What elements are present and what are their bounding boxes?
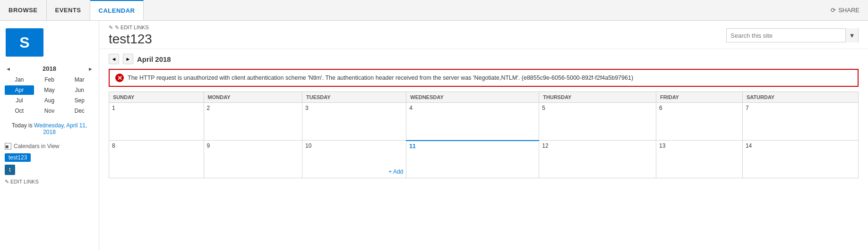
today-label: Today is	[12, 122, 34, 129]
cell-11-today[interactable]: 11	[406, 141, 539, 178]
cal-next-btn[interactable]: ►	[123, 54, 133, 64]
day-number: 3	[305, 105, 309, 111]
logo-area: S	[0, 25, 99, 62]
day-number: 1	[112, 105, 115, 111]
today-text: Today is Wednesday, April 11, 2018	[0, 118, 99, 139]
search-icon: ▼	[849, 32, 855, 39]
cell-6[interactable]: 6	[656, 103, 742, 141]
cal-prev-btn[interactable]: ◄	[109, 54, 119, 64]
calendars-in-view-label: ■ Calendars in View	[0, 139, 99, 151]
error-banner: ✕ The HTTP request is unauthorized with …	[109, 69, 859, 87]
table-row: 1 2 3 4 5 6 7	[109, 103, 859, 141]
logo-letter: S	[19, 34, 29, 51]
col-tuesday: TUESDAY	[302, 92, 406, 103]
cell-1[interactable]: 1	[109, 103, 204, 141]
mini-cal-header: ◄ 2018 ►	[5, 65, 94, 72]
day-number: 13	[659, 142, 665, 149]
mini-cal-may[interactable]: May	[35, 85, 64, 95]
mini-cal-jul[interactable]: Jul	[5, 96, 34, 105]
today-link[interactable]: Wednesday, April 11, 2018	[34, 122, 87, 135]
day-number-today: 11	[409, 143, 415, 150]
cell-14[interactable]: 14	[742, 141, 858, 178]
logo: S	[6, 28, 43, 57]
error-message: The HTTP request is unauthorized with cl…	[128, 75, 633, 81]
day-number: 4	[409, 105, 413, 111]
calendar-header-row: SUNDAY MONDAY TUESDAY WEDNESDAY THURSDAY…	[109, 92, 859, 103]
cell-2[interactable]: 2	[204, 103, 302, 141]
cell-5[interactable]: 5	[539, 103, 656, 141]
col-sunday: SUNDAY	[109, 92, 204, 103]
calendar-area: ◄ ► April 2018 ✕ The HTTP request is una…	[99, 49, 868, 250]
day-number: 6	[659, 105, 662, 111]
col-monday: MONDAY	[204, 92, 302, 103]
share-icon: ⟳	[831, 7, 836, 14]
calendar-name[interactable]: test123	[5, 153, 31, 162]
cell-10[interactable]: 10 + Add	[302, 141, 406, 178]
cell-13[interactable]: 13	[656, 141, 742, 178]
col-thursday: THURSDAY	[539, 92, 656, 103]
mini-cal-jun[interactable]: Jun	[65, 85, 94, 95]
cell-12[interactable]: 12	[539, 141, 656, 178]
title-area: ✎ ✎ EDIT LINKS test123	[109, 25, 152, 47]
mini-cal-oct[interactable]: Oct	[5, 106, 34, 116]
share-label: SHARE	[838, 7, 859, 14]
edit-links-top[interactable]: ✎ ✎ EDIT LINKS	[109, 25, 152, 31]
mini-cal-aug[interactable]: Aug	[35, 96, 64, 105]
calendar-grid: SUNDAY MONDAY TUESDAY WEDNESDAY THURSDAY…	[109, 92, 859, 178]
search-input[interactable]	[727, 32, 845, 39]
day-number: 2	[207, 105, 210, 111]
cal-month-title: April 2018	[137, 55, 171, 63]
main-content: ✎ ✎ EDIT LINKS test123 ▼ ◄ ► April 2018	[99, 21, 868, 250]
edit-links-label[interactable]: ✎ EDIT LINKS	[115, 25, 149, 31]
tab-browse[interactable]: BROWSE	[0, 0, 47, 20]
mini-cal-sep[interactable]: Sep	[65, 96, 94, 105]
mini-cal-feb[interactable]: Feb	[35, 75, 64, 84]
tab-events[interactable]: EVENTS	[47, 0, 90, 20]
page-layout: S ◄ 2018 ► Jan Feb Mar Apr May Jun Jul A…	[0, 21, 868, 250]
col-friday: FRIDAY	[656, 92, 742, 103]
search-box: ▼	[726, 28, 859, 42]
cell-9[interactable]: 9	[204, 141, 302, 178]
cal-nav-row: ◄ ► April 2018	[109, 54, 859, 64]
search-button[interactable]: ▼	[845, 28, 858, 42]
col-wednesday: WEDNESDAY	[406, 92, 539, 103]
mini-cal-mar[interactable]: Mar	[65, 75, 94, 84]
sidebar: S ◄ 2018 ► Jan Feb Mar Apr May Jun Jul A…	[0, 21, 99, 250]
day-number: 10	[305, 142, 311, 149]
mini-cal-dec[interactable]: Dec	[65, 106, 94, 116]
day-number: 14	[746, 142, 752, 149]
day-number: 7	[746, 105, 749, 111]
mini-cal-jan[interactable]: Jan	[5, 75, 34, 84]
pencil-icon: ✎	[109, 25, 113, 31]
calendar-tag[interactable]: test123	[0, 151, 99, 164]
day-number: 9	[207, 142, 210, 149]
mini-calendar: ◄ 2018 ► Jan Feb Mar Apr May Jun Jul Aug…	[0, 62, 99, 118]
mini-cal-prev[interactable]: ◄	[5, 66, 12, 72]
calendar-initial-tag[interactable]: t	[0, 164, 99, 176]
day-number: 5	[542, 105, 545, 111]
calendar-initial: t	[5, 165, 15, 175]
content-header: ✎ ✎ EDIT LINKS test123 ▼	[99, 21, 868, 49]
mini-cal-apr[interactable]: Apr	[5, 85, 34, 95]
calendars-in-view-text: Calendars in View	[14, 143, 60, 150]
cell-7[interactable]: 7	[742, 103, 858, 141]
share-button[interactable]: ⟳ SHARE	[822, 0, 868, 20]
tab-calendar[interactable]: CALENDAR	[90, 0, 144, 20]
mini-cal-nov[interactable]: Nov	[35, 106, 64, 116]
page-title: test123	[109, 32, 152, 47]
error-icon: ✕	[115, 74, 124, 82]
day-number: 12	[542, 142, 548, 149]
cell-4[interactable]: 4	[406, 103, 539, 141]
mini-cal-next[interactable]: ►	[87, 66, 94, 72]
table-row: 8 9 10 + Add 11 12 13 14	[109, 141, 859, 178]
mini-cal-year: 2018	[43, 65, 56, 72]
add-event-link[interactable]: + Add	[388, 168, 403, 175]
col-saturday: SATURDAY	[742, 92, 858, 103]
mini-cal-months: Jan Feb Mar Apr May Jun Jul Aug Sep Oct …	[5, 75, 94, 116]
cell-3[interactable]: 3	[302, 103, 406, 141]
day-number: 8	[112, 142, 115, 149]
calendar-icon: ■	[5, 143, 11, 150]
cell-8[interactable]: 8	[109, 141, 204, 178]
ribbon: BROWSE EVENTS CALENDAR ⟳ SHARE	[0, 0, 868, 21]
edit-links-bottom[interactable]: ✎ EDIT LINKS	[0, 176, 99, 188]
